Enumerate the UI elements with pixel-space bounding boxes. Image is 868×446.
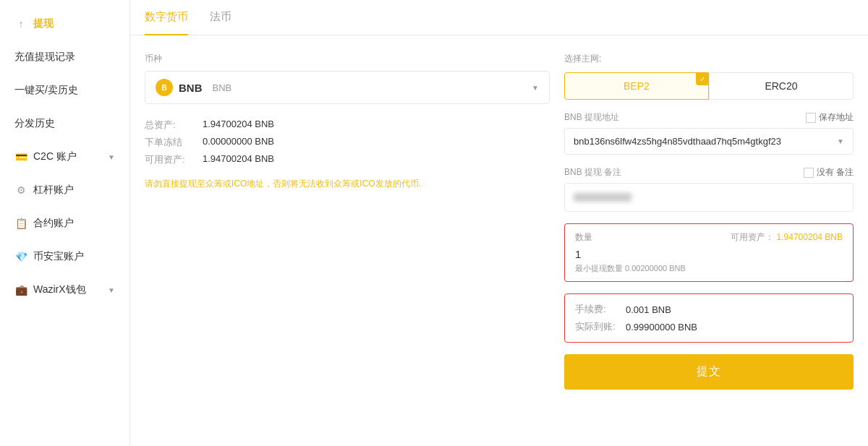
actual-row: 实际到账: 0.99900000 BNB	[575, 320, 843, 333]
memo-section: BNB 提现 备注 没有 备注	[564, 166, 854, 212]
address-value: bnb136ns6lfw4zs5hg4n85vdthaad7hq5m4gtkgf…	[574, 136, 837, 147]
sidebar: ↑ 提现 充值提现记录 一键买/卖历史 分发历史 💳 C2C 账户 ▼ ⚙ 杠杆…	[0, 0, 130, 446]
content-area: 币种 B BNB BNB ▼ 总资产: 1.94700204 BNB 下单冻结 …	[130, 35, 868, 446]
sidebar-item-tixian[interactable]: ↑ 提现	[0, 7, 129, 40]
currency-label: 币种	[145, 53, 550, 65]
sidebar-item-heyue[interactable]: 📋 合约账户	[0, 207, 129, 240]
sidebar-item-label: 一键买/卖历史	[14, 84, 78, 97]
sidebar-item-label: 合约账户	[33, 217, 74, 230]
fee-value: 0.001 BNB	[626, 304, 671, 315]
network-section: 选择主网: ✓ BEP2 ERC20	[564, 53, 854, 100]
memo-header: BNB 提现 备注 没有 备注	[564, 166, 854, 179]
quantity-top: 数量 可用资产： 1.94700204 BNB	[575, 231, 843, 244]
available-value-right: 1.94700204 BNB	[777, 232, 843, 242]
sidebar-item-label: 充值提现记录	[14, 51, 75, 64]
fee-row: 手续费: 0.001 BNB	[575, 303, 843, 316]
fee-section: 手续费: 0.001 BNB 实际到账: 0.99900000 BNB	[564, 293, 854, 343]
sidebar-item-label: C2C 账户	[33, 150, 77, 163]
save-address-checkbox[interactable]: 保存地址	[806, 111, 854, 124]
sidebar-item-wazirx[interactable]: 💼 WazirX钱包 ▼	[0, 273, 129, 306]
currency-name: BNB	[179, 82, 203, 94]
bep2-check-icon: ✓	[696, 72, 709, 85]
submit-button[interactable]: 提文	[564, 354, 854, 390]
network-label: 选择主网:	[564, 53, 854, 65]
sidebar-item-chongti[interactable]: 充值提现记录	[0, 40, 129, 74]
address-header: BNB 提现地址 保存地址	[564, 111, 854, 124]
sidebar-item-label: 分发历史	[14, 117, 55, 130]
tab-fabi[interactable]: 法币	[210, 0, 231, 35]
total-assets-value: 1.94700204 BNB	[203, 119, 274, 132]
min-quantity-text: 最小提现数量 0.00200000 BNB	[575, 263, 843, 274]
network-buttons: ✓ BEP2 ERC20	[564, 72, 854, 100]
address-label: BNB 提现地址	[564, 111, 619, 124]
frozen-label: 下单冻结	[145, 136, 203, 149]
bnb-coin-icon: B	[156, 79, 173, 96]
available-value: 1.94700204 BNB	[203, 153, 274, 166]
chevron-down-icon: ▼	[108, 153, 115, 161]
network-erc20-button[interactable]: ERC20	[709, 72, 854, 100]
sidebar-item-ganggan[interactable]: ⚙ 杠杆账户	[0, 173, 129, 207]
no-memo-checkbox[interactable]: 没有 备注	[804, 166, 854, 179]
save-address-checkbox-box[interactable]	[806, 113, 816, 123]
frozen-row: 下单冻结 0.00000000 BNB	[145, 136, 550, 149]
memo-input[interactable]	[564, 183, 854, 212]
currency-selector[interactable]: B BNB BNB ▼	[145, 71, 550, 104]
asset-info: 总资产: 1.94700204 BNB 下单冻结 0.00000000 BNB …	[145, 119, 550, 166]
available-row: 可用资产: 1.94700204 BNB	[145, 153, 550, 166]
currency-code: BNB	[213, 82, 232, 93]
currency-selector-left: B BNB BNB	[156, 79, 231, 96]
actual-label: 实际到账:	[575, 320, 626, 333]
total-assets-row: 总资产: 1.94700204 BNB	[145, 119, 550, 132]
save-address-label: 保存地址	[819, 111, 854, 124]
frozen-value: 0.00000000 BNB	[203, 136, 274, 149]
quantity-label: 数量	[575, 231, 592, 244]
quantity-input[interactable]	[575, 248, 647, 260]
sidebar-item-label: 杠杆账户	[33, 184, 74, 197]
no-memo-checkbox-box[interactable]	[804, 168, 814, 178]
sidebar-item-label: 提现	[33, 17, 54, 30]
tab-digital[interactable]: 数字货币	[145, 0, 188, 35]
sidebar-item-biananbao[interactable]: 💎 币安宝账户	[0, 240, 129, 273]
no-memo-label: 没有 备注	[817, 166, 854, 179]
warning-text: 请勿直接提现至众筹或ICO地址，否则将无法收到众筹或ICO发放的代币.	[145, 178, 550, 190]
sidebar-item-c2c[interactable]: 💳 C2C 账户 ▼	[0, 140, 129, 173]
tixian-icon: ↑	[14, 17, 27, 30]
ganggan-icon: ⚙	[14, 184, 27, 197]
main-content: 数字货币 法币 币种 B BNB BNB ▼ 总资产: 1.94700204 B…	[130, 0, 868, 446]
tab-bar: 数字货币 法币	[130, 0, 868, 35]
heyue-icon: 📋	[14, 217, 27, 230]
memo-label: BNB 提现 备注	[564, 166, 621, 179]
available-label: 可用资产:	[145, 153, 203, 166]
wazirx-icon: 💼	[14, 283, 27, 296]
address-dropdown-icon[interactable]: ▼	[837, 137, 844, 145]
c2c-icon: 💳	[14, 150, 27, 163]
sidebar-item-label: 币安宝账户	[33, 250, 84, 263]
fee-label: 手续费:	[575, 303, 626, 316]
address-input[interactable]: bnb136ns6lfw4zs5hg4n85vdthaad7hq5m4gtkgf…	[564, 128, 854, 155]
memo-blurred-value	[574, 193, 631, 202]
sidebar-item-yijian[interactable]: 一键买/卖历史	[0, 74, 129, 107]
sidebar-item-label: WazirX钱包	[33, 283, 86, 296]
quantity-section: 数量 可用资产： 1.94700204 BNB 最小提现数量 0.0020000…	[564, 223, 854, 282]
actual-value: 0.99900000 BNB	[626, 322, 697, 333]
left-panel: 币种 B BNB BNB ▼ 总资产: 1.94700204 BNB 下单冻结 …	[145, 53, 550, 429]
right-panel: 选择主网: ✓ BEP2 ERC20 BNB 提现地址	[564, 53, 854, 429]
available-label-right: 可用资产： 1.94700204 BNB	[731, 231, 843, 244]
biananbao-icon: 💎	[14, 250, 27, 263]
quantity-input-row	[575, 248, 843, 260]
sidebar-item-fenfa[interactable]: 分发历史	[0, 107, 129, 140]
address-section: BNB 提现地址 保存地址 bnb136ns6lfw4zs5hg4n85vdth…	[564, 111, 854, 155]
chevron-down-icon-2: ▼	[108, 286, 115, 294]
network-bep2-button[interactable]: ✓ BEP2	[564, 72, 709, 100]
total-assets-label: 总资产:	[145, 119, 203, 132]
currency-dropdown-icon: ▼	[532, 84, 539, 92]
